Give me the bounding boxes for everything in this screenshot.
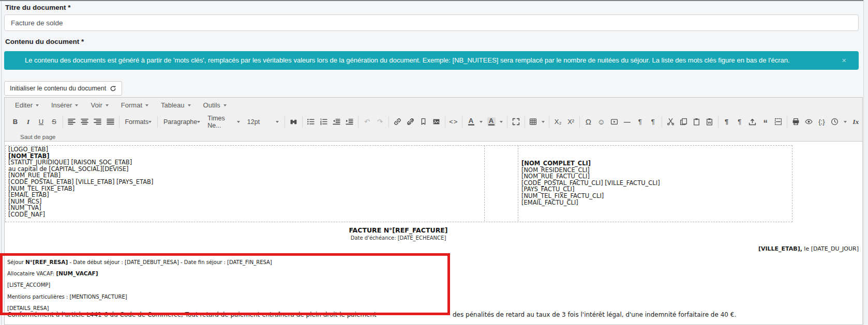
indent-button[interactable] xyxy=(343,115,356,128)
media-icon xyxy=(610,118,618,126)
fullscreen-icon xyxy=(512,118,520,126)
legal-notice-visible-part: des pénalités de retard au taux de 3 foi… xyxy=(453,311,736,318)
media-button[interactable] xyxy=(608,115,621,128)
chevron-down-icon[interactable] xyxy=(542,121,545,123)
preview-button[interactable] xyxy=(802,115,815,128)
special-character-button[interactable]: Ω xyxy=(582,115,595,128)
image-icon xyxy=(432,118,440,126)
unlink-icon xyxy=(407,118,414,126)
unlink-button[interactable] xyxy=(404,115,417,128)
printer-icon xyxy=(792,118,800,126)
toolbar-separator xyxy=(549,116,549,128)
toolbar-separator xyxy=(119,116,119,128)
toolbar-separator xyxy=(63,116,63,128)
menu-format[interactable]: Format xyxy=(115,101,155,109)
page-scrollbar[interactable] xyxy=(863,0,868,325)
numbered-list-button[interactable] xyxy=(317,115,330,128)
bold-button[interactable]: B xyxy=(9,115,22,128)
paste-button[interactable] xyxy=(690,115,703,128)
highlight-color-button[interactable]: A xyxy=(485,115,498,128)
code-sample-button[interactable]: {;} xyxy=(815,115,828,128)
paragraph-select[interactable]: Paragraphe xyxy=(160,118,204,126)
address-table-divider xyxy=(518,145,518,221)
redo-button[interactable]: ↷ xyxy=(373,115,386,128)
superscript-button[interactable]: X² xyxy=(564,115,577,128)
import-template-button[interactable] xyxy=(746,115,759,128)
undo-button[interactable]: ↶ xyxy=(361,115,373,128)
document-title-input[interactable] xyxy=(4,14,859,31)
table-button[interactable] xyxy=(527,115,540,128)
binoculars-icon xyxy=(290,118,297,126)
print-button[interactable] xyxy=(789,115,802,128)
chevron-down-icon xyxy=(148,121,152,123)
fullscreen-button[interactable] xyxy=(510,115,522,128)
clear-formatting-button[interactable]: Ix xyxy=(849,115,862,128)
text-color-button[interactable]: A xyxy=(465,115,477,128)
close-icon[interactable]: × xyxy=(842,51,846,70)
italic-button[interactable]: I xyxy=(22,115,35,128)
subscript-button[interactable]: X₂ xyxy=(551,115,564,128)
page-left-edge xyxy=(1,1,2,325)
align-center-button[interactable] xyxy=(78,115,91,128)
rtl-button[interactable]: ¶ xyxy=(647,115,660,128)
copy-button[interactable] xyxy=(677,115,690,128)
clock-icon xyxy=(831,118,839,126)
legal-notice-hidden-part: Conformément à l'article L441-6 du Code … xyxy=(7,311,448,319)
clipboard-icon xyxy=(693,118,700,126)
page-break-icon-button[interactable] xyxy=(772,115,785,128)
blockquote-button[interactable]: “ xyxy=(759,114,772,130)
paste-word-button[interactable] xyxy=(703,115,716,128)
toolbar-separator xyxy=(462,116,462,128)
menu-view[interactable]: Voir xyxy=(84,101,114,109)
chevron-down-icon[interactable] xyxy=(480,121,483,123)
init-content-button[interactable]: Initialiser le contenu du document xyxy=(4,81,122,96)
toolbar-separator xyxy=(787,116,787,128)
anchor-button[interactable] xyxy=(417,115,430,128)
font-size-select[interactable]: 12pt xyxy=(244,118,282,126)
align-justify-button[interactable] xyxy=(104,115,117,128)
ltr-button[interactable]: ¶ xyxy=(634,115,647,128)
align-left-button[interactable] xyxy=(65,115,78,128)
outdent-button[interactable] xyxy=(330,115,343,128)
toolbar-separator xyxy=(445,116,445,128)
show-blocks-button[interactable]: ¶ xyxy=(720,115,733,128)
bullet-list-button[interactable] xyxy=(304,115,317,128)
font-family-select[interactable]: Times Ne... xyxy=(204,115,244,129)
underline-button[interactable]: U xyxy=(35,115,48,128)
datetime-button[interactable] xyxy=(828,115,841,128)
vacaf-line: Allocataire VACAF: [NUM_VACAF] xyxy=(7,270,98,276)
outdent-icon xyxy=(333,118,340,126)
show-invisibles-button[interactable]: ¶ xyxy=(733,115,746,128)
search-replace-button[interactable] xyxy=(287,115,300,128)
chevron-down-icon xyxy=(106,104,109,106)
indent-icon xyxy=(346,118,353,126)
city-date-line: [VILLE_ETAB], le [DATE_DU_JOUR] xyxy=(5,245,859,252)
copy-icon xyxy=(680,118,687,126)
bullet-list-icon xyxy=(307,118,315,126)
toolbar-separator xyxy=(507,116,507,128)
chevron-down-icon[interactable] xyxy=(500,121,503,123)
editor-content[interactable]: [LOGO_ETAB] [NOM_ETAB] [STATUT_JURIDIQUE… xyxy=(5,141,862,324)
establishment-address-block: [LOGO_ETAB] [NOM_ETAB] [STATUT_JURIDIQUE… xyxy=(8,146,153,218)
menu-insert[interactable]: Insérer xyxy=(45,101,84,109)
menu-edit[interactable]: Editer xyxy=(9,101,45,109)
chevron-down-icon xyxy=(188,104,191,106)
source-code-button[interactable]: <> xyxy=(447,115,460,128)
emoticons-button[interactable]: ☺ xyxy=(595,115,608,128)
horizontal-rule-button[interactable]: — xyxy=(621,115,634,128)
strikethrough-button[interactable]: S xyxy=(48,115,61,128)
info-banner: Le contenu des documents est généré à pa… xyxy=(4,51,859,70)
menu-tools[interactable]: Outils xyxy=(197,101,233,109)
chevron-down-icon[interactable] xyxy=(844,121,847,123)
editor-toolbar: B I U S Formats Paragraphe Times Ne... 1… xyxy=(5,113,862,131)
chevron-down-icon xyxy=(197,121,200,123)
bookmark-icon xyxy=(420,118,427,126)
mentions-line: Mentions particulières : [MENTIONS_FACTU… xyxy=(7,294,127,300)
formats-select[interactable]: Formats xyxy=(121,118,155,126)
link-button[interactable] xyxy=(391,115,404,128)
image-button[interactable] xyxy=(430,115,443,128)
menu-table[interactable]: Tableau xyxy=(155,101,197,109)
page-break-button[interactable]: Saut de page xyxy=(18,133,58,141)
cut-button[interactable] xyxy=(664,115,677,128)
align-right-button[interactable] xyxy=(91,115,104,128)
